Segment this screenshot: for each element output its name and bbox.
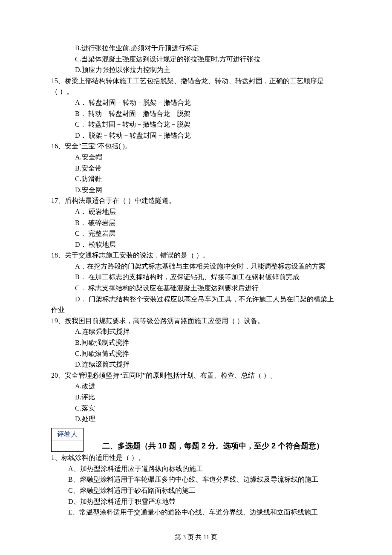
q20: 20、安全管理必须坚持“五同时”的原则包括计划、布置、检查、总结（ ）。 A.改… [51, 370, 341, 425]
q19-option-c: C.间歇滚筒式搅拌 [75, 348, 341, 359]
q20-stem: 20、安全管理必须坚持“五同时”的原则包括计划、布置、检查、总结（ ）。 [51, 370, 341, 381]
q16-option-b: B.安全带 [75, 163, 341, 174]
q18: 18、关于交通标志施工安装的说法，错误的是（ ）。 A．在挖方路段的门架式标志基… [51, 250, 341, 315]
q17-option-b: B． 破碎岩层 [75, 217, 341, 228]
q20-option-c: C.落实 [75, 403, 341, 414]
q16: 16、安全“三宝”不包括( )。 A.安全帽 B.安全带 C.防滑鞋 D.安全网 [51, 141, 341, 195]
q17-option-d: D． 松软地层 [75, 239, 341, 250]
q14-options: B.进行张拉作业前,必须对千斤顶进行标定 C.当梁体混凝土强度达到设计规定的张拉… [51, 43, 341, 75]
s2q1-option-a: A、加热型涂料适用应于道路纵向标线的施工 [68, 463, 341, 474]
q15-stem-line2: （ ）。 [51, 86, 341, 97]
q15-option-b: B． 转动－转盘封固－撤锚合龙－脱架 [75, 108, 341, 119]
q14-option-c: C.当梁体混凝土强度达到设计规定的张拉强度时,方可进行张拉 [75, 54, 341, 65]
q20-option-b: B.评比 [75, 392, 341, 403]
q19-stem: 19、按我国目前规范要求，高等级公路沥青路面施工应使用（ ）设备。 [51, 315, 341, 327]
q19-option-a: A.连续强制式搅拌 [75, 326, 341, 337]
s2q1-option-d: D、加热型涂料适用于积雪严寒地带 [68, 496, 341, 507]
section-2-heading: 二、多选题（共 10 题，每题 2 分。选项中，至少 2 个符合题意） [102, 440, 341, 452]
q15-stem-line1: 15、桥梁上部结构转体施工工艺包括脱架、撤锚合龙、转动、转盘封固，正确的工艺顺序… [51, 75, 341, 87]
q18-option-d-line2: 作业 [51, 304, 341, 315]
q17-option-c: C． 完整岩层 [75, 228, 341, 239]
q20-option-a: A.改进 [75, 381, 341, 392]
document-page: B.进行张拉作业前,必须对千斤顶进行标定 C.当梁体混凝土强度达到设计规定的张拉… [0, 0, 392, 555]
q18-option-a: A．在挖方路段的门架式标志基础与主体相关设施冲突时，只能调整标志设置的方案 [75, 261, 341, 272]
q14-option-d: D.预应力张拉以张拉力控制为主 [75, 64, 341, 75]
s2q1-stem: 1、标线涂料的适用性是（ ）。 [51, 452, 341, 463]
s2q1: 1、标线涂料的适用性是（ ）。 A、加热型涂料适用应于道路纵向标线的施工 B、熔… [51, 452, 341, 518]
q16-option-c: C.防滑鞋 [75, 173, 341, 185]
q18-option-d-line1: D． 门架标志结构整个安装过程应以高空吊车为工具，不允许施工人员在门架的横梁上 [75, 294, 341, 305]
s2q1-option-e: E、常温型涂料适用于交通量小的道路中心线、车道分界线、边缘线和立面标线施工 [68, 507, 341, 518]
q15-option-c: C． 转盘封固－转动－撤锚合龙－脱架 [75, 119, 341, 130]
q19-option-b: B.间歇强制式搅拌 [75, 337, 341, 348]
q18-stem: 18、关于交通标志施工安装的说法，错误的是（ ）。 [51, 250, 341, 261]
grader-blank [52, 440, 84, 452]
q17-stem: 17、盾构法最适合于在（ ）中建造隧道。 [51, 195, 341, 206]
grader-label: 评卷人 [52, 428, 84, 440]
q15-option-a: A． 转盘封固－转动－脱架－撤锚合龙 [75, 97, 341, 108]
grader-box: 评卷人 [51, 428, 84, 452]
s2q1-option-c: C、熔融型涂料适用于砂石路面标线的施工 [68, 485, 341, 496]
q15-option-d: D． 脱架－转动－转盘封固－撤锚合龙 [75, 130, 341, 141]
q17: 17、盾构法最适合于在（ ）中建造隧道。 A． 硬岩地层 B． 破碎岩层 C． … [51, 195, 341, 250]
q14-option-b: B.进行张拉作业前,必须对千斤顶进行标定 [75, 43, 341, 54]
q19-option-d: D.连续滚筒式搅拌 [75, 359, 341, 370]
q16-stem: 16、安全“三宝”不包括( )。 [51, 141, 341, 152]
q15: 15、桥梁上部结构转体施工工艺包括脱架、撤锚合龙、转动、转盘封固，正确的工艺顺序… [51, 75, 341, 141]
page-footer: 第 3 页 共 11 页 [0, 532, 392, 542]
s2q1-option-b: B、熔融型涂料适用于车轮碾压多的中心线、车道分界线、边缘线及导流标线的施工 [68, 474, 341, 485]
q16-option-d: D.安全网 [75, 185, 341, 196]
q20-option-d: D.处理 [75, 413, 341, 425]
q18-option-c: C． 标志支撑结构的架设应在基础混凝土强度达到要求后进行 [75, 283, 341, 294]
q18-option-b: B． 在加工标志的支撑结构时，应保证钻孔、焊接等加工在钢材镀锌前完成 [75, 272, 341, 283]
q16-option-a: A.安全帽 [75, 152, 341, 163]
q17-option-a: A． 硬岩地层 [75, 206, 341, 217]
q19: 19、按我国目前规范要求，高等级公路沥青路面施工应使用（ ）设备。 A.连续强制… [51, 315, 341, 370]
